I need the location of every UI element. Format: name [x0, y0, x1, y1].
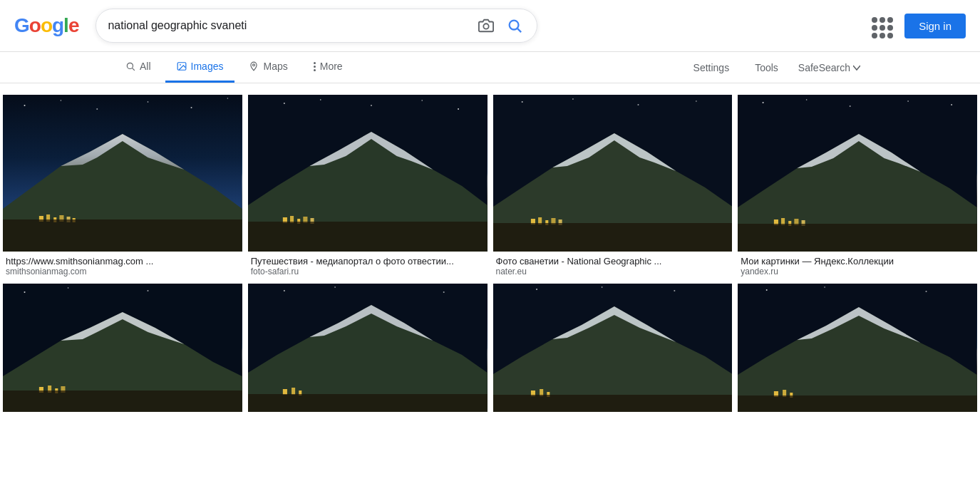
image-thumbnail — [493, 284, 733, 412]
svg-point-84 — [806, 99, 808, 100]
image-result-r1c4[interactable]: Мои картинки — Яндекс.Коллекции yandex.r… — [738, 95, 977, 278]
image-thumbnail — [3, 284, 242, 412]
image-column-4: Мои картинки — Яндекс.Коллекции yandex.r… — [735, 92, 980, 415]
svg-marker-81 — [493, 395, 733, 412]
svg-point-39 — [421, 100, 423, 101]
svg-point-60 — [521, 101, 522, 103]
svg-point-40 — [458, 108, 459, 110]
svg-marker-58 — [248, 394, 488, 412]
svg-point-99 — [926, 291, 927, 292]
image-source-domain: nater.eu — [496, 267, 730, 276]
more-dots-icon — [314, 61, 316, 72]
search-icons — [475, 15, 525, 36]
logo-e: e — [68, 14, 79, 37]
svg-point-12 — [148, 101, 149, 103]
image-thumbnail — [493, 95, 733, 252]
images-icon — [177, 61, 187, 71]
svg-marker-23 — [3, 219, 242, 252]
svg-point-73 — [536, 289, 537, 290]
svg-point-1 — [510, 21, 519, 30]
svg-marker-95 — [738, 224, 977, 252]
mountain-svg-2 — [3, 284, 242, 412]
tab-maps-label: Maps — [263, 61, 287, 72]
apps-button[interactable] — [865, 10, 896, 41]
image-result-r1c2[interactable]: Путешествия - медиапортал о фото отвеcти… — [248, 95, 488, 278]
svg-point-3 — [127, 63, 133, 68]
image-source-title: Мои картинки — Яндекс.Коллекции — [741, 256, 974, 267]
image-result-r1c1[interactable]: https://www.smithsonianmag.com ... smith… — [3, 95, 242, 278]
sign-in-button[interactable]: Sign in — [904, 14, 966, 38]
svg-rect-56 — [292, 388, 295, 395]
svg-point-97 — [766, 289, 768, 291]
image-thumbnail — [248, 95, 488, 252]
svg-marker-34 — [3, 391, 242, 412]
svg-point-25 — [24, 291, 26, 293]
svg-point-87 — [951, 104, 952, 105]
image-result-r2c3[interactable] — [493, 284, 733, 412]
image-source-domain: yandex.ru — [741, 267, 974, 276]
nav-right: Settings Tools SafeSearch — [682, 53, 866, 82]
image-source-title: Путешествия - медиапортал о фото отвеcти… — [251, 256, 485, 267]
svg-point-0 — [484, 24, 489, 29]
svg-point-86 — [908, 100, 909, 102]
image-result-r2c4[interactable] — [738, 284, 977, 412]
mountain-svg — [3, 95, 242, 252]
svg-point-13 — [191, 107, 192, 108]
svg-point-27 — [147, 290, 148, 291]
camera-search-button[interactable] — [475, 15, 497, 36]
image-source-title: Фото сванетии - National Geographic ... — [496, 256, 730, 267]
search-button[interactable] — [504, 15, 525, 36]
svg-point-52 — [443, 291, 444, 293]
google-logo[interactable]: Google — [14, 14, 78, 37]
svg-line-4 — [133, 68, 135, 71]
svg-point-85 — [850, 105, 851, 107]
tab-more[interactable]: More — [302, 52, 354, 83]
svg-point-7 — [253, 64, 255, 66]
svg-marker-71 — [493, 223, 733, 252]
image-result-r2c1[interactable] — [3, 284, 242, 412]
svg-point-98 — [825, 286, 826, 288]
image-caption: Фото сванетии - National Geographic ... … — [493, 252, 733, 278]
image-column-3: Фото сванетии - National Geographic ... … — [490, 92, 736, 415]
header-right: Sign in — [865, 10, 966, 41]
svg-point-83 — [763, 102, 764, 103]
nav-tabs: All Images Maps More Settings Tools Safe… — [0, 52, 980, 83]
svg-point-51 — [334, 286, 336, 288]
image-thumbnail — [738, 284, 977, 412]
tab-maps[interactable]: Maps — [237, 52, 299, 83]
search-input[interactable]: national geographic svaneti — [108, 19, 475, 32]
image-source-domain: smithsonianmag.com — [6, 267, 239, 276]
tab-images-label: Images — [191, 61, 224, 72]
logo-l: l — [63, 14, 68, 37]
svg-point-74 — [601, 286, 602, 288]
tab-all[interactable]: All — [114, 52, 163, 83]
logo-g: G — [14, 14, 29, 37]
image-result-r2c2[interactable] — [248, 284, 488, 412]
svg-point-9 — [24, 105, 26, 106]
image-thumbnail — [738, 95, 977, 252]
chevron-down-icon — [853, 64, 860, 71]
svg-point-11 — [96, 108, 98, 110]
svg-point-50 — [284, 290, 285, 291]
svg-point-75 — [674, 290, 675, 291]
image-result-r1c3[interactable]: Фото сванетии - National Geographic ... … — [493, 95, 733, 278]
svg-marker-48 — [248, 222, 488, 252]
svg-point-6 — [180, 64, 181, 66]
tools-button[interactable]: Tools — [743, 53, 790, 82]
svg-point-36 — [284, 103, 285, 104]
settings-link[interactable]: Settings — [682, 53, 741, 82]
svg-point-10 — [61, 100, 62, 101]
safe-search-toggle[interactable]: SafeSearch — [793, 53, 866, 82]
svg-point-37 — [320, 99, 321, 100]
tab-images[interactable]: Images — [165, 52, 235, 83]
svg-point-38 — [371, 105, 372, 106]
safe-search-label: SafeSearch — [798, 62, 850, 73]
search-bar: national geographic svaneti — [96, 9, 537, 43]
logo-o1: o — [29, 14, 41, 37]
svg-point-26 — [68, 287, 69, 289]
image-column-2: Путешествия - медиапортал о фото отвеcти… — [245, 92, 490, 415]
tab-more-label: More — [320, 61, 343, 72]
image-column-1: https://www.smithsonianmag.com ... smith… — [0, 92, 245, 415]
tab-all-label: All — [140, 61, 151, 72]
apps-grid-icon — [869, 14, 892, 37]
